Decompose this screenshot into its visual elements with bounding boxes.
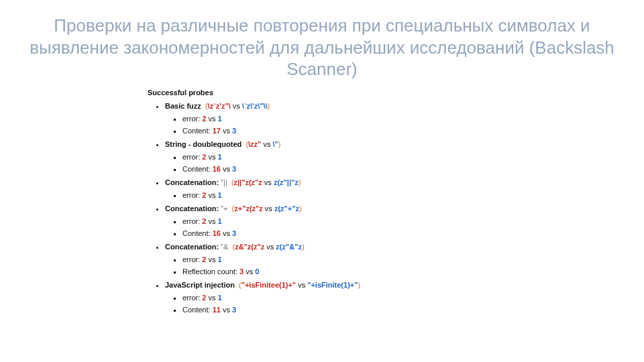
- probe-label: Concatenation:: [165, 243, 219, 251]
- vs-text: vs: [296, 281, 307, 289]
- detail-item: Content: 17 vs 3: [182, 125, 496, 137]
- detail-item: error: 2 vs 1: [182, 254, 496, 265]
- detail-b: 3: [232, 127, 236, 135]
- detail-b: 0: [255, 267, 259, 276]
- probe-b: \`z\'z\"\\: [242, 102, 268, 110]
- detail-key: error:: [182, 153, 202, 161]
- probe-details: error: 2 vs 1Content: 17 vs 3: [182, 113, 496, 137]
- page-title: Проверки на различные повторения при спе…: [27, 15, 617, 80]
- detail-item: error: 2 vs 1: [182, 113, 496, 125]
- detail-a: 17: [213, 127, 221, 135]
- probe-item: Concatenation: "& (z&"z(z"z vs z(z"&"z)e…: [165, 241, 496, 278]
- detail-b: 3: [232, 165, 236, 173]
- detail-sep: vs: [221, 229, 232, 237]
- paren-close: ): [299, 178, 301, 186]
- detail-b: 1: [218, 255, 222, 263]
- probe-details: error: 2 vs 1Reflection count: 3 vs 0: [182, 254, 496, 278]
- detail-item: error: 2 vs 1: [182, 292, 496, 304]
- probe-label: Concatenation:: [165, 204, 219, 213]
- detail-key: Content:: [182, 165, 213, 173]
- vs-text: vs: [261, 140, 272, 148]
- probe-header: String - doublequoted (\zz" vs \"): [165, 139, 496, 150]
- detail-a: 11: [213, 306, 221, 314]
- probe-item: JavaScript injection ("+isFinitee(1)+" v…: [165, 280, 496, 316]
- detail-sep: vs: [206, 255, 217, 263]
- probes-panel: Successful probes Basic fuzz (\z`z'z"\ v…: [148, 87, 496, 316]
- detail-b: 1: [218, 217, 222, 225]
- detail-sep: vs: [221, 127, 232, 135]
- paren-close: ): [358, 281, 360, 289]
- detail-key: error:: [182, 255, 202, 263]
- probe-details: error: 2 vs 1Content: 11 vs 3: [182, 292, 496, 316]
- detail-sep: vs: [221, 165, 232, 173]
- detail-key: error:: [182, 217, 202, 225]
- probe-a: "+isFinitee(1)+": [241, 281, 296, 289]
- probe-label: Basic fuzz: [165, 102, 201, 110]
- probe-label: JavaScript injection: [165, 281, 235, 289]
- detail-sep: vs: [244, 267, 255, 276]
- probe-label: String - doublequoted: [165, 140, 241, 148]
- paren-close: ): [299, 204, 302, 213]
- detail-item: error: 2 vs 1: [182, 216, 496, 227]
- probe-label-suffix: "&: [219, 243, 228, 251]
- detail-item: Content: 11 vs 3: [182, 304, 496, 316]
- probe-label-suffix: "+: [219, 204, 227, 213]
- detail-sep: vs: [206, 191, 217, 199]
- vs-text: vs: [264, 243, 276, 251]
- probe-a: z||"z(z"z: [234, 178, 262, 186]
- detail-b: 1: [218, 294, 222, 302]
- probe-details: error: 2 vs 1: [182, 190, 496, 201]
- probe-b: \": [272, 140, 278, 148]
- detail-key: error:: [182, 115, 202, 123]
- detail-item: error: 2 vs 1: [182, 190, 496, 201]
- probe-header: Concatenation: "& (z&"z(z"z vs z(z"&"z): [165, 241, 496, 253]
- probe-details: error: 2 vs 1Content: 16 vs 3: [182, 216, 496, 239]
- paren-close: ): [278, 140, 281, 148]
- probe-a: \zz": [248, 140, 261, 148]
- detail-item: Reflection count: 3 vs 0: [182, 266, 496, 278]
- probe-a: z+"z(z"z: [234, 204, 263, 213]
- detail-key: error:: [182, 191, 202, 199]
- detail-b: 3: [232, 306, 236, 314]
- detail-sep: vs: [206, 217, 217, 225]
- detail-b: 1: [218, 115, 222, 123]
- probe-label-suffix: "||: [219, 178, 227, 186]
- detail-key: Reflection count:: [182, 267, 239, 276]
- detail-a: 16: [213, 165, 221, 173]
- section-header: Successful probes: [148, 87, 496, 99]
- detail-b: 1: [218, 191, 222, 199]
- probe-item: Concatenation: "|| (z||"z(z"z vs z(z"||"…: [165, 177, 496, 201]
- detail-sep: vs: [221, 306, 232, 314]
- vs-text: vs: [231, 102, 242, 110]
- paren-close: ): [302, 243, 305, 251]
- probe-header: Basic fuzz (\z`z'z"\ vs \`z\'z\"\\): [165, 101, 496, 112]
- probe-item: Basic fuzz (\z`z'z"\ vs \`z\'z\"\\)error…: [165, 101, 496, 137]
- probe-header: JavaScript injection ("+isFinitee(1)+" v…: [165, 280, 496, 291]
- detail-item: Content: 16 vs 3: [182, 164, 496, 175]
- detail-item: error: 2 vs 1: [182, 152, 496, 163]
- detail-item: Content: 16 vs 3: [182, 228, 496, 239]
- probe-a: z&"z(z"z: [235, 243, 264, 251]
- detail-sep: vs: [206, 153, 217, 161]
- probes-list: Basic fuzz (\z`z'z"\ vs \`z\'z\"\\)error…: [165, 101, 496, 316]
- probe-a: \z`z'z"\: [208, 102, 231, 110]
- probe-b: z(z"&"z: [276, 243, 302, 251]
- detail-sep: vs: [206, 294, 217, 302]
- probe-header: Concatenation: "|| (z||"z(z"z vs z(z"||"…: [165, 177, 496, 188]
- detail-key: Content:: [182, 127, 213, 135]
- probe-label: Concatenation:: [165, 178, 219, 186]
- detail-key: error:: [182, 294, 202, 302]
- probe-item: Concatenation: "+ (z+"z(z"z vs z(z"+"z)e…: [165, 203, 496, 239]
- probe-item: String - doublequoted (\zz" vs \")error:…: [165, 139, 496, 175]
- paren-close: ): [268, 102, 270, 110]
- vs-text: vs: [262, 178, 274, 186]
- detail-sep: vs: [206, 115, 217, 123]
- detail-key: Content:: [182, 306, 213, 314]
- probe-header: Concatenation: "+ (z+"z(z"z vs z(z"+"z): [165, 203, 496, 215]
- probe-details: error: 2 vs 1Content: 16 vs 3: [182, 152, 496, 175]
- probe-b: z(z"+"z: [274, 204, 299, 213]
- detail-key: Content:: [182, 229, 213, 237]
- detail-b: 3: [232, 229, 236, 237]
- probe-b: z(z"||"z: [274, 178, 299, 186]
- detail-a: 16: [213, 229, 221, 237]
